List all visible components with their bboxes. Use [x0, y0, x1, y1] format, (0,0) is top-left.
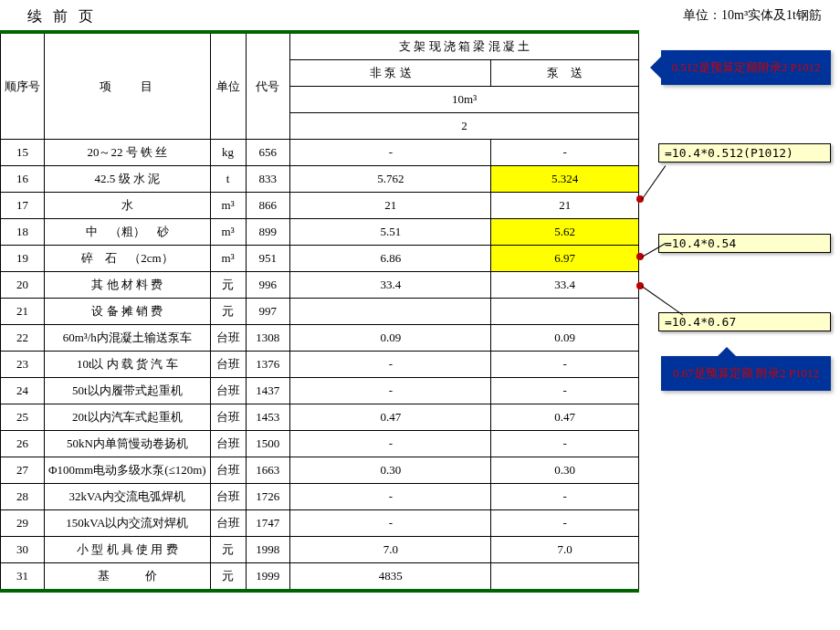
cell: 1308	[246, 325, 290, 352]
cell: m³	[210, 246, 246, 272]
table-row: 21设 备 摊 销 费元997	[1, 299, 639, 325]
cell: 1500	[246, 431, 290, 457]
cell: -	[491, 510, 639, 537]
cell: 21	[1, 299, 45, 325]
cell: 台班	[210, 431, 246, 457]
table-row: 30小 型 机 具 使 用 费元19987.07.0	[1, 537, 639, 563]
table-row: 2650kN内单筒慢动卷扬机台班1500--	[1, 431, 639, 457]
table-row: 2450t以内履带式起重机台班1437--	[1, 378, 639, 404]
cell: 台班	[210, 352, 246, 378]
cell: -	[290, 431, 491, 457]
cell: 18	[1, 219, 45, 246]
table-row: 2260m³/h内混凝土输送泵车台班13080.090.09	[1, 325, 639, 352]
cell: 30	[1, 537, 45, 563]
table-row: 29150kVA以内交流对焊机台班1747--	[1, 510, 639, 537]
cell: 951	[246, 246, 290, 272]
cell: 碎 石 （2cm）	[45, 246, 211, 272]
table-row: 2832kVA内交流电弧焊机台班1726--	[1, 484, 639, 510]
cell: 5.62	[491, 219, 639, 246]
cell: -	[290, 510, 491, 537]
cell: 5.762	[290, 166, 491, 193]
cell: -	[290, 352, 491, 378]
col-code: 代号	[246, 32, 290, 140]
cell: 1437	[246, 378, 290, 404]
col-sn: 顺序号	[1, 32, 45, 140]
cell: 19	[1, 246, 45, 272]
cell: 15	[1, 140, 45, 166]
cell: 60m³/h内混凝土输送泵车	[45, 325, 211, 352]
cell: 0.30	[290, 457, 491, 484]
cell: 10t以 内 载 货 汽 车	[45, 352, 211, 378]
cell	[290, 299, 491, 325]
cell: 1663	[246, 457, 290, 484]
cell: 元	[210, 272, 246, 299]
cell: 33.4	[491, 272, 639, 299]
cell: -	[290, 140, 491, 166]
table-row: 18中 （粗） 砂m³8995.515.62	[1, 219, 639, 246]
table-row: 31基 价元19994835	[1, 563, 639, 592]
cell: 设 备 摊 销 费	[45, 299, 211, 325]
cell: 5.51	[290, 219, 491, 246]
col-group: 支 架 现 浇 箱 梁 混 凝 土	[290, 32, 639, 60]
cell: 7.0	[491, 537, 639, 563]
leader-line	[642, 165, 667, 199]
cell: -	[491, 352, 639, 378]
cell: 899	[246, 219, 290, 246]
col-sub1: 非 泵 送	[290, 60, 491, 87]
unit-label: 单位：10m³实体及1t钢筋	[683, 7, 822, 26]
table-row: 17水m³8662121	[1, 193, 639, 219]
cell: 台班	[210, 457, 246, 484]
cell: kg	[210, 140, 246, 166]
cell: 22	[1, 325, 45, 352]
note-2: =10.4*0.54	[658, 234, 831, 253]
cell: 1998	[246, 537, 290, 563]
col-code2: 2	[290, 113, 639, 140]
cell: -	[290, 484, 491, 510]
cell: 833	[246, 166, 290, 193]
cell: 基 价	[45, 563, 211, 592]
cell: 28	[1, 484, 45, 510]
cell: 24	[1, 378, 45, 404]
page-header: 续 前 页 单位：10m³实体及1t钢筋	[0, 0, 840, 30]
cell: 元	[210, 299, 246, 325]
cell: 20	[1, 272, 45, 299]
cell: 21	[290, 193, 491, 219]
table-row: 2520t以内汽车式起重机台班14530.470.47	[1, 404, 639, 431]
cell: -	[491, 431, 639, 457]
cell: 0.30	[491, 457, 639, 484]
cell: 26	[1, 431, 45, 457]
cell: Φ100mm电动多级水泵(≤120m)	[45, 457, 211, 484]
cell: 656	[246, 140, 290, 166]
cell: 32kVA内交流电弧焊机	[45, 484, 211, 510]
cell: 42.5 级 水 泥	[45, 166, 211, 193]
table-row: 1520～22 号 铁 丝kg656--	[1, 140, 639, 166]
cell: 20～22 号 铁 丝	[45, 140, 211, 166]
table-row: 20其 他 材 料 费元99633.433.4	[1, 272, 639, 299]
data-table: 顺序号 项 目 单位 代号 支 架 现 浇 箱 梁 混 凝 土 非 泵 送 泵 …	[0, 30, 639, 593]
cell: 1376	[246, 352, 290, 378]
cell: -	[491, 378, 639, 404]
cell: -	[290, 378, 491, 404]
table-row: 2310t以 内 载 货 汽 车台班1376--	[1, 352, 639, 378]
cell: 31	[1, 563, 45, 592]
cell: 6.97	[491, 246, 639, 272]
col-sub2: 泵 送	[491, 60, 639, 87]
cell: 0.47	[491, 404, 639, 431]
cell: 25	[1, 404, 45, 431]
cell: 台班	[210, 484, 246, 510]
cell: 4835	[290, 563, 491, 592]
table-row: 19碎 石 （2cm）m³9516.866.97	[1, 246, 639, 272]
cell: 866	[246, 193, 290, 219]
table-row: 27Φ100mm电动多级水泵(≤120m)台班16630.300.30	[1, 457, 639, 484]
table-body: 1520～22 号 铁 丝kg656--1642.5 级 水 泥t8335.76…	[1, 140, 639, 592]
cell: 0.09	[290, 325, 491, 352]
callout-bot: 0.67是预算定额 附录2 P1012	[661, 356, 831, 391]
cell: 台班	[210, 510, 246, 537]
cell: 33.4	[290, 272, 491, 299]
cell: t	[210, 166, 246, 193]
cell: 元	[210, 563, 246, 592]
cell: 1453	[246, 404, 290, 431]
col-item: 项 目	[45, 32, 211, 140]
cell: 6.86	[290, 246, 491, 272]
cell: 中 （粗） 砂	[45, 219, 211, 246]
